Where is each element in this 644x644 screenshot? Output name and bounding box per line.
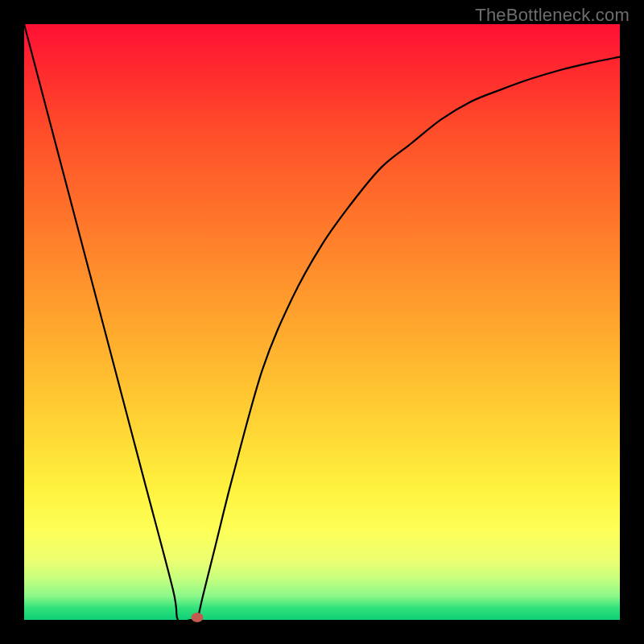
watermark-text: TheBottleneck.com — [475, 5, 630, 26]
chart-frame: TheBottleneck.com — [0, 0, 644, 644]
bottleneck-curve — [24, 24, 620, 620]
plot-area — [24, 24, 620, 620]
optimal-point-marker — [191, 613, 203, 622]
